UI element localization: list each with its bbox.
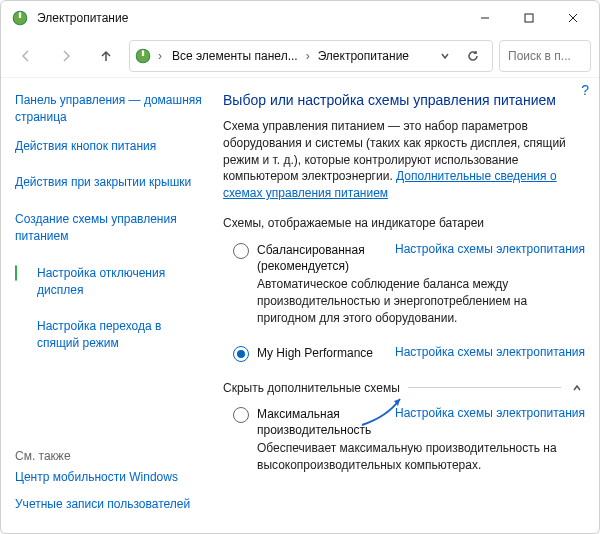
address-icon	[134, 47, 152, 65]
sidebar-link[interactable]: Действия при закрытии крышки	[15, 174, 191, 191]
app-icon	[11, 9, 29, 27]
svg-rect-3	[525, 14, 533, 22]
sidebar-link[interactable]: Создание схемы управления питанием	[15, 211, 205, 245]
search-input[interactable]	[506, 48, 584, 64]
search-box[interactable]	[499, 40, 591, 72]
up-button[interactable]	[89, 41, 123, 71]
svg-rect-1	[19, 12, 21, 18]
plan-radio-max-perf[interactable]	[233, 407, 249, 423]
breadcrumb-item[interactable]: Электропитание	[314, 47, 413, 65]
address-bar[interactable]: › Все элементы панел... › Электропитание	[129, 40, 493, 72]
plan-radio-balanced[interactable]	[233, 243, 249, 259]
battery-schemes-label: Схемы, отображаемые на индикаторе батаре…	[223, 216, 585, 230]
forward-button[interactable]	[49, 41, 83, 71]
sidebar-link[interactable]: Настройка перехода в спящий режим	[37, 318, 205, 352]
breadcrumb-item[interactable]: Все элементы панел...	[168, 47, 302, 65]
sidebar-home-link[interactable]: Панель управления — домашняя страница	[15, 92, 205, 126]
address-dropdown[interactable]	[436, 50, 454, 62]
plan-description: Автоматическое соблюдение баланса между …	[257, 276, 585, 326]
display-off-icon	[15, 266, 31, 282]
plan-radio-high-perf[interactable]	[233, 346, 249, 362]
page-description: Схема управления питанием — это набор па…	[223, 118, 585, 202]
maximize-button[interactable]	[507, 3, 551, 33]
close-button[interactable]	[551, 3, 595, 33]
minimize-button[interactable]	[463, 3, 507, 33]
see-also-link[interactable]: Центр мобильности Windows	[15, 469, 195, 486]
chevron-right-icon[interactable]: ›	[304, 49, 312, 63]
plan-settings-link[interactable]: Настройка схемы электропитания	[387, 406, 585, 420]
hide-additional-toggle[interactable]: Скрыть дополнительные схемы	[223, 380, 585, 396]
sidebar-link[interactable]: Действия кнопок питания	[15, 138, 156, 155]
see-also-link[interactable]: Учетные записи пользователей	[15, 496, 195, 513]
plan-name: My High Performance	[257, 345, 387, 361]
plan-settings-link[interactable]: Настройка схемы электропитания	[387, 345, 585, 359]
refresh-button[interactable]	[458, 50, 488, 62]
plan-description: Обеспечивает максимальную производительн…	[257, 440, 585, 474]
svg-rect-8	[142, 50, 144, 56]
sidebar-link[interactable]: Настройка отключения дисплея	[37, 265, 205, 299]
back-button[interactable]	[9, 41, 43, 71]
see-also-label: См. также	[15, 449, 195, 463]
window-title: Электропитание	[37, 11, 455, 25]
help-button[interactable]: ?	[581, 82, 589, 98]
plan-name: Максимальная производительность	[257, 406, 387, 438]
plan-name: Сбалансированная (рекомендуется)	[257, 242, 387, 274]
chevron-right-icon[interactable]: ›	[156, 49, 164, 63]
plan-settings-link[interactable]: Настройка схемы электропитания	[387, 242, 585, 256]
chevron-up-icon	[569, 380, 585, 396]
sleep-icon	[15, 319, 31, 335]
page-title: Выбор или настройка схемы управления пит…	[223, 92, 585, 108]
